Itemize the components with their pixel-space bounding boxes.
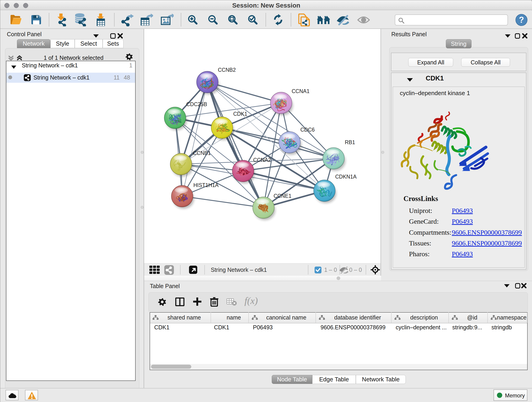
svg-text:CCNB1: CCNB1 xyxy=(193,150,211,156)
svg-text:CDC25B: CDC25B xyxy=(186,101,207,107)
svg-text:CCNE1: CCNE1 xyxy=(273,193,291,199)
svg-text:CDKN1A: CDKN1A xyxy=(335,174,357,180)
svg-text:CCNA1: CCNA1 xyxy=(292,88,310,94)
svg-text:CDC6: CDC6 xyxy=(300,127,315,133)
svg-text:RB1: RB1 xyxy=(345,139,355,145)
svg-text:HIST1H1A: HIST1H1A xyxy=(193,182,219,188)
svg-text:?: ? xyxy=(519,15,524,25)
svg-text:CCNB2: CCNB2 xyxy=(218,67,236,73)
svg-text:CDK1: CDK1 xyxy=(233,111,247,117)
svg-text:CCNA2: CCNA2 xyxy=(253,157,271,163)
